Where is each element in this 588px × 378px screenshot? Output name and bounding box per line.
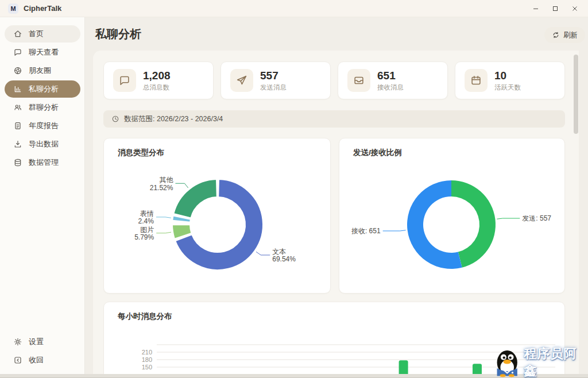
sidebar-item-label: 私聊分析 <box>29 84 59 94</box>
sidebar-item-collapse[interactable]: 收回 <box>5 352 80 369</box>
sidebar-footer: 设置 收回 <box>0 332 84 370</box>
database-icon <box>13 158 22 167</box>
app-title: CipherTalk <box>24 4 61 13</box>
sidebar-item-chat-view[interactable]: 聊天查看 <box>5 44 80 61</box>
watermark-text: 程序员阿鑫 <box>524 345 588 378</box>
sidebar-item-home[interactable]: 首页 <box>5 25 80 43</box>
stat-value: 651 <box>377 70 404 82</box>
stat-card-received-messages: 651 接收消息 <box>338 61 448 99</box>
page-title: 私聊分析 <box>95 26 141 42</box>
window-controls <box>526 1 585 16</box>
calendar-icon <box>465 69 488 92</box>
sidebar-item-label: 设置 <box>29 337 44 347</box>
sidebar: 首页 聊天查看 朋友圈 私聊分析 群聊分析 <box>0 17 85 378</box>
minimize-button[interactable] <box>526 1 546 16</box>
titlebar: M CipherTalk <box>0 0 588 17</box>
watermark: 程序员阿鑫 <box>493 345 588 378</box>
sidebar-item-label: 聊天查看 <box>29 47 59 57</box>
pie-slice-其他[interactable] <box>173 179 216 218</box>
collapse-sidebar-icon <box>13 356 22 365</box>
stat-label: 活跃天数 <box>494 83 521 92</box>
sidebar-item-settings[interactable]: 设置 <box>5 333 80 350</box>
minimize-icon <box>532 5 539 12</box>
sidebar-item-label: 收回 <box>29 355 44 365</box>
app-logo-icon: M <box>8 3 18 14</box>
stat-label: 接收消息 <box>377 83 404 92</box>
sidebar-item-label: 群聊分析 <box>29 102 59 113</box>
maximize-button[interactable] <box>546 1 565 16</box>
sidebar-item-export-data[interactable]: 导出数据 <box>5 136 80 153</box>
sidebar-item-data-management[interactable]: 数据管理 <box>5 154 80 171</box>
date-range-bar: 数据范围: 2026/2/23 - 2026/3/4 <box>103 110 565 128</box>
group-users-icon <box>13 103 22 112</box>
app-window: M CipherTalk 首页 聊天查看 <box>0 0 588 378</box>
close-icon <box>571 5 578 12</box>
pie-slice-label: 接收: 651 <box>351 227 381 235</box>
pie-label-leader-line <box>497 218 520 219</box>
pie-label-leader-line <box>383 230 406 231</box>
gear-icon <box>13 337 22 346</box>
sidebar-item-label: 首页 <box>29 29 44 39</box>
y-axis-tick-label: 180 <box>142 356 152 363</box>
bar-chart-icon <box>13 84 22 94</box>
sidebar-item-label: 朋友圈 <box>29 65 51 76</box>
report-document-icon <box>13 121 22 130</box>
stat-value: 1,208 <box>143 70 171 82</box>
chart-card-send-receive: 发送/接收比例 发送: 557接收: 651 <box>339 138 565 294</box>
donut-chart-send-receive[interactable]: 发送: 557接收: 651 <box>339 138 564 293</box>
pie-slice-label: 图片5.79% <box>134 226 154 241</box>
sidebar-item-annual-report[interactable]: 年度报告 <box>5 117 80 134</box>
inbox-icon <box>347 69 370 92</box>
y-axis-tick-label: 210 <box>142 349 152 356</box>
stat-value: 557 <box>260 70 287 82</box>
sidebar-item-group-chat-analysis[interactable]: 群聊分析 <box>5 99 80 116</box>
aperture-icon <box>13 66 22 75</box>
stat-value: 10 <box>494 70 521 82</box>
donut-chart-message-types[interactable]: 文本69.54%图片5.79%表情2.4%其他21.52% <box>104 138 330 293</box>
stat-card-active-days: 10 活跃天数 <box>455 61 565 99</box>
refresh-label: 刷新 <box>563 30 578 40</box>
pie-label-leader-line <box>175 183 188 188</box>
sidebar-item-label: 导出数据 <box>29 139 59 149</box>
penguin-mascot-icon <box>493 348 521 377</box>
sidebar-item-private-chat-analysis[interactable]: 私聊分析 <box>5 80 80 98</box>
pie-slice-label: 表情2.4% <box>138 210 154 225</box>
sidebar-item-moments[interactable]: 朋友圈 <box>5 62 80 79</box>
sidebar-item-label: 年度报告 <box>29 121 59 131</box>
download-icon <box>13 140 22 149</box>
pie-label-leader-line <box>156 232 171 233</box>
pie-label-leader-line <box>156 217 171 218</box>
send-icon <box>230 69 253 92</box>
pie-slice-label: 发送: 557 <box>522 214 551 222</box>
message-icon <box>113 69 136 92</box>
home-icon <box>13 29 22 38</box>
pie-slice-label: 文本69.54% <box>272 248 296 263</box>
sidebar-item-label: 数据管理 <box>29 157 59 168</box>
pie-slice-label: 其他21.52% <box>150 176 174 191</box>
refresh-button[interactable]: 刷新 <box>544 27 585 43</box>
pie-label-leader-line <box>256 252 270 255</box>
stat-label: 发送消息 <box>260 83 287 92</box>
maximize-icon <box>552 5 559 12</box>
clock-icon <box>111 115 119 123</box>
stat-card-total-messages: 1,208 总消息数 <box>103 61 214 99</box>
chart-card-message-types: 消息类型分布 文本69.54%图片5.79%表情2.4%其他21.52% <box>103 138 331 294</box>
stat-label: 总消息数 <box>143 83 171 92</box>
sidebar-nav: 首页 聊天查看 朋友圈 私聊分析 群聊分析 <box>0 24 84 172</box>
y-axis-tick-label: 150 <box>142 364 152 371</box>
vertical-scrollbar-thumb[interactable] <box>574 55 578 134</box>
refresh-icon <box>552 31 560 39</box>
date-range-text: 数据范围: 2026/2/23 - 2026/3/4 <box>124 114 223 124</box>
app-logo-letter: M <box>10 5 16 12</box>
stat-card-sent-messages: 557 发送消息 <box>220 61 331 99</box>
close-button[interactable] <box>565 1 585 16</box>
chat-bubble-icon <box>13 48 22 57</box>
